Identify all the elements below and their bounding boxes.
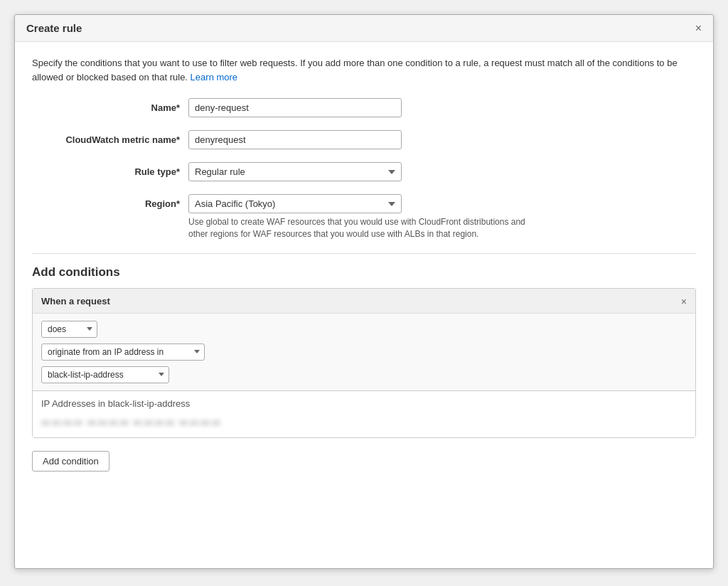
rule-type-select[interactable]: Regular rule Rate-based rule (188, 162, 402, 181)
add-conditions-title: Add conditions (32, 265, 696, 279)
condition-header-text: When a request (41, 296, 110, 307)
cloudwatch-input[interactable] (188, 130, 402, 149)
modal-close-button[interactable]: × (695, 23, 702, 34)
blacklist-select-wrapper: black-list-ip-address my-ip-list (41, 366, 687, 383)
does-select[interactable]: does does not (41, 321, 97, 338)
does-select-wrapper: does does not (41, 321, 687, 338)
cloudwatch-field-group: CloudWatch metric name* (32, 130, 696, 149)
modal-body: Specify the conditions that you want to … (15, 42, 713, 486)
add-condition-button[interactable]: Add condition (32, 451, 109, 472)
rule-type-label: Rule type* (32, 162, 188, 177)
name-label: Name* (32, 98, 188, 113)
region-select[interactable]: Asia Pacific (Tokyo) US East (N. Virgini… (188, 194, 402, 213)
cloudwatch-label: CloudWatch metric name* (32, 130, 188, 145)
name-input[interactable] (188, 98, 402, 117)
description-text: Specify the conditions that you want to … (32, 56, 696, 84)
condition-box: When a request × does does not originate… (32, 288, 696, 438)
condition-header: When a request × (33, 289, 695, 314)
rule-type-field-group: Rule type* Regular rule Rate-based rule (32, 162, 696, 181)
ip-addresses-section: IP Addresses in black-list-ip-address xx… (33, 390, 695, 437)
region-label: Region* (32, 194, 188, 209)
ip-address-list: xx.xx.xx.xx xx.xx.xx.xx xx.xx.xx.xx xx.x… (41, 415, 687, 430)
ip-addresses-title: IP Addresses in black-list-ip-address (41, 398, 687, 409)
modal-header: Create rule × (15, 15, 713, 42)
name-field-group: Name* (32, 98, 696, 117)
originate-select[interactable]: originate from an IP address in match a … (41, 343, 205, 361)
modal-title: Create rule (26, 22, 82, 34)
section-divider (32, 253, 696, 254)
condition-body: does does not originate from an IP addre… (33, 314, 695, 390)
learn-more-link[interactable]: Learn more (191, 72, 237, 82)
region-help-text: Use global to create WAF resources that … (188, 216, 530, 240)
region-field-group: Region* Asia Pacific (Tokyo) US East (N.… (32, 194, 696, 240)
create-rule-modal: Create rule × Specify the conditions tha… (14, 14, 714, 569)
blacklist-select[interactable]: black-list-ip-address my-ip-list (41, 366, 169, 383)
condition-close-button[interactable]: × (681, 296, 687, 307)
originate-select-wrapper: originate from an IP address in match a … (41, 343, 687, 361)
